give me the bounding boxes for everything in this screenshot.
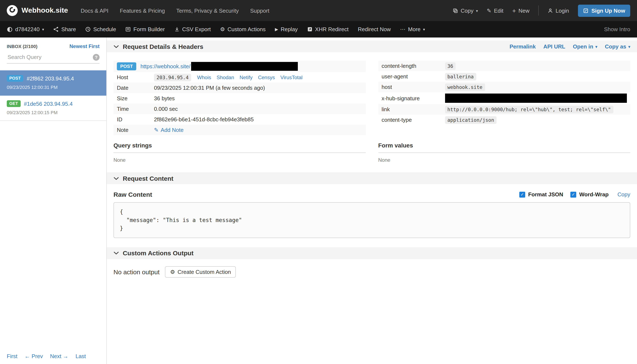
pagination-last[interactable]: Last [76,353,86,359]
pagination-first[interactable]: First [7,353,18,359]
share-icon [53,26,59,32]
redacted-header-value [445,94,627,103]
permalink-link[interactable]: Permalink [510,43,536,50]
share-button[interactable]: Share [53,26,76,32]
token-icon [7,26,13,32]
word-wrap-checkbox[interactable]: ✓ [570,192,576,198]
nav-docs-api[interactable]: Docs & API [81,7,108,14]
request-list-item-selected[interactable]: POST #2f862 203.94.95.4 09/23/2025 12:00… [0,70,106,96]
sign-up-button[interactable]: Sign Up Now [578,4,630,17]
raw-content-code[interactable]: { "message": "This is a test message" } [113,202,630,238]
redirect-now-button[interactable]: Redirect Now [358,26,391,32]
redirect-now-label: Redirect Now [358,26,391,32]
clock-icon [85,26,91,32]
header-row-x-hub-signature: x-hub-signature [378,92,630,104]
query-form-grid: Query strings None Form values None [107,135,637,165]
search-input[interactable] [7,54,90,61]
nav-support[interactable]: Support [250,7,269,14]
section-request-details[interactable]: Request Details & Headers Permalink API … [107,40,637,52]
open-in-dropdown[interactable]: Open in▾ [573,43,597,50]
edit-button[interactable]: ✎ Edit [487,7,504,14]
show-intro-link[interactable]: Show Intro [604,26,630,32]
sort-order-link[interactable]: Newest First [69,44,100,49]
format-json-checkbox[interactable]: ✓ [519,192,525,198]
nav-links: Docs & API Features & Pricing Terms, Pri… [81,7,269,14]
csv-export-button[interactable]: CSV Export [174,26,211,32]
help-icon[interactable]: ? [93,54,100,60]
form-values-block: Form values None [378,142,630,165]
schedule-button[interactable]: Schedule [85,26,116,32]
request-sidebar: INBOX (2/100) Newest First ? POST #2f862… [0,38,107,364]
copy-as-label: Copy as [605,43,626,50]
form-icon [125,26,131,32]
section-custom-actions-output[interactable]: Custom Actions Output [107,247,637,259]
replay-label: Replay [281,26,298,32]
copy-content-link[interactable]: Copy [617,191,630,198]
request-title: GET #1de56 203.94.95.4 [7,100,100,107]
request-url-link[interactable]: https://webhook.site/ [140,63,190,70]
create-custom-action-button[interactable]: ⚙ Create Custom Action [165,266,236,278]
nav-terms-privacy-security[interactable]: Terms, Privacy & Security [176,7,239,14]
play-icon: ▶ [275,27,278,32]
size-value: 36 bytes [154,95,175,102]
header-name: link [381,106,445,112]
header-name: content-type [381,117,445,123]
pagination-prev[interactable]: ← Prev [25,353,43,359]
person-icon [548,8,553,13]
pagination-next[interactable]: Next → [50,353,68,359]
pencil-icon: ✎ [154,127,159,133]
row-label: Date [117,85,154,91]
host-value: 203.94.95.4 [154,74,191,81]
copy-as-dropdown[interactable]: Copy as▾ [605,43,630,50]
copy-dropdown[interactable]: Copy ▾ [453,7,478,14]
note-row: Note ✎ Add Note [113,125,365,135]
more-dropdown[interactable]: ⋯ More ▾ [400,26,425,32]
request-list-item[interactable]: GET #1de56 203.94.95.4 09/23/2025 12:00:… [0,96,106,121]
request-link[interactable]: #2f862 203.94.95.4 [27,75,74,82]
search-row: ? [7,54,100,64]
custom-actions-row: No action output ⚙ Create Custom Action [107,259,637,284]
word-wrap-label: Word-Wrap [579,191,608,198]
api-url-link[interactable]: API URL [543,43,565,50]
token-dropdown[interactable]: d7842240 ▾ [7,26,44,32]
brand-link[interactable]: Webhook.site [7,5,68,16]
request-title: POST #2f862 203.94.95.4 [7,75,100,82]
csv-export-label: CSV Export [182,26,211,32]
shodan-link[interactable]: Shodan [217,74,234,80]
form-values-title: Form values [378,142,630,153]
whois-link[interactable]: Whois [197,74,211,80]
new-button[interactable]: + New [512,7,529,14]
virustotal-link[interactable]: VirusTotal [280,74,302,80]
chevron-down-icon: ▾ [42,28,44,32]
censys-link[interactable]: Censys [258,74,275,80]
inbox-row: INBOX (2/100) Newest First [7,44,100,49]
ellipsis-icon: ⋯ [400,26,406,32]
nav-features-pricing[interactable]: Features & Pricing [120,7,165,14]
chevron-down-icon: ▾ [423,28,425,32]
section-request-content[interactable]: Request Content [107,172,637,184]
request-link[interactable]: #1de56 203.94.95.4 [24,100,73,107]
section-title: Custom Actions Output [123,250,194,256]
chevron-down-icon: ▾ [595,45,597,49]
pagination: First ← Prev Next → Last [7,353,86,359]
header-value: http://0.0.0.0:9000/hub; rel=\"hub\", te… [445,106,613,113]
netify-link[interactable]: Netify [240,74,253,80]
form-builder-button[interactable]: Form Builder [125,26,165,32]
webhook-logo-icon [7,5,18,16]
top-navbar: Webhook.site Docs & API Features & Prici… [0,0,637,21]
replay-button[interactable]: ▶ Replay [275,26,298,32]
add-note-button[interactable]: ✎ Add Note [154,127,183,133]
sidebar-head: INBOX (2/100) Newest First ? [0,38,106,64]
xhr-redirect-label: XHR Redirect [315,26,349,32]
header-value: 36 [445,62,456,70]
chevron-down-icon [113,250,119,256]
login-button[interactable]: Login [548,7,569,14]
custom-actions-button[interactable]: ⚙ Custom Actions [220,26,266,32]
header-name: user-agent [381,73,445,80]
copy-label: Copy [461,7,474,14]
signup-icon [583,8,588,13]
details-actions: Permalink API URL Open in▾ Copy as▾ [510,43,630,50]
inbox-count-label: INBOX (2/100) [7,44,38,49]
header-row: content-type application/json [378,114,630,125]
xhr-redirect-button[interactable]: XHR Redirect [307,26,349,32]
